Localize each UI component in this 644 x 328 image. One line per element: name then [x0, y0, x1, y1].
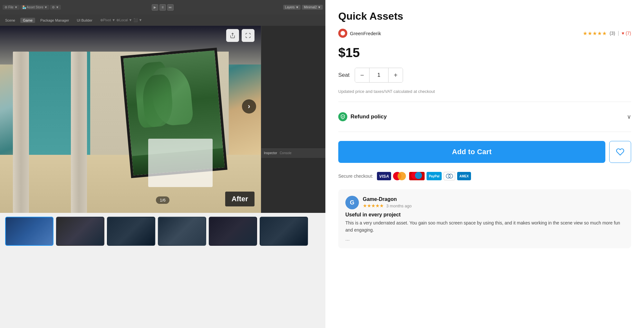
- maestro-inner: [411, 172, 423, 180]
- heart-icon: ♥: [622, 31, 624, 36]
- thumbnails-row: [0, 213, 325, 250]
- seat-label: Seat: [338, 72, 350, 78]
- pivot-label: ⊕Pivot ▼ ⊕Local ▼ ⬛ ▼: [100, 18, 142, 22]
- inspector-panel: Inspector Console: [261, 148, 325, 213]
- refund-chevron-icon: ∨: [627, 113, 631, 120]
- pillar-center: [71, 52, 87, 213]
- ui-builder-tab[interactable]: UI Builder: [74, 18, 95, 23]
- author-row: GreenFrederik ★★★★★ (3) | ♥ (7): [338, 29, 631, 38]
- layers-btn[interactable]: Layers ▼: [283, 5, 301, 10]
- unity-file-menu: ⚙ File ▼: [3, 5, 20, 10]
- add-to-cart-button[interactable]: Add to Cart: [338, 141, 605, 163]
- review-time: 3 months ago: [386, 204, 412, 208]
- thumbnail-2[interactable]: [56, 217, 104, 246]
- quantity-value: 1: [369, 68, 389, 82]
- secure-checkout-label: Secure checkout:: [338, 174, 373, 179]
- unity-menu-items: ⚙ File ▼ 🏪 Asset Store ▼ ⚙ ▼: [3, 5, 281, 10]
- svg-point-1: [448, 174, 453, 178]
- main-image-container: ⚙ File ▼ 🏪 Asset Store ▼ ⚙ ▼ ▶ ⏸ ⏭ Layer…: [0, 0, 325, 213]
- review-ellipsis: ...: [345, 236, 624, 242]
- paypal-icon: PayPal: [427, 172, 442, 180]
- seat-row: Seat − 1 +: [338, 68, 631, 83]
- page-wrapper: ⚙ File ▼ 🏪 Asset Store ▼ ⚙ ▼ ▶ ⏸ ⏭ Layer…: [0, 0, 644, 328]
- reviewer-avatar: G: [345, 196, 359, 209]
- visa-icon: VISA: [377, 172, 391, 180]
- package-manager-tab[interactable]: Package Manager: [38, 18, 72, 23]
- thumbnail-1[interactable]: [5, 217, 53, 246]
- share-button[interactable]: [226, 29, 239, 42]
- thumbnail-3[interactable]: [107, 217, 155, 246]
- refund-policy-label: Refund policy: [351, 114, 387, 120]
- scene-tab[interactable]: Scene: [3, 18, 18, 23]
- quantity-decrease-button[interactable]: −: [355, 68, 369, 82]
- secure-checkout-row: Secure checkout: VISA PayPal: [338, 172, 631, 180]
- scene-content: [0, 26, 261, 213]
- rating-divider: |: [618, 30, 619, 36]
- wishlist-button[interactable]: [609, 141, 631, 163]
- thumbnail-5[interactable]: [209, 217, 257, 246]
- mc-orange: [398, 172, 406, 180]
- diners-svg: [446, 173, 453, 179]
- author-avatar-inner: [341, 31, 345, 35]
- play-button[interactable]: ▶: [152, 4, 158, 11]
- reviewer-info: Game-Dragon ★★★★★ 3 months ago: [363, 196, 412, 209]
- amex-icon: AMEX: [457, 172, 471, 180]
- fullscreen-button[interactable]: [242, 29, 255, 42]
- shield-icon: [338, 112, 347, 121]
- review-stars: ★★★★★: [363, 203, 384, 209]
- interior-scene: [0, 26, 261, 213]
- svg-point-0: [446, 174, 450, 178]
- floor-reflection: [148, 139, 213, 187]
- refund-policy-row[interactable]: Refund policy ∨: [338, 108, 631, 125]
- divider-2: [338, 132, 631, 132]
- rating-section: ★★★★★ (3) | ♥ (7): [583, 30, 631, 36]
- step-button[interactable]: ⏭: [167, 4, 174, 11]
- product-stars: ★★★★★: [583, 30, 607, 36]
- pillar-left: [13, 52, 29, 213]
- reviewer-name: Game-Dragon: [363, 196, 412, 202]
- after-label: After: [225, 192, 255, 206]
- author-avatar: [338, 29, 347, 38]
- quantity-control: − 1 +: [355, 68, 403, 83]
- game-tab[interactable]: Game: [20, 18, 35, 23]
- tax-note: Updated price and taxes/VAT calculated a…: [338, 89, 631, 94]
- thumbnail-6[interactable]: [260, 217, 308, 246]
- review-text: This is a very underrated asset. You gai…: [345, 220, 624, 234]
- console-tab[interactable]: Console: [280, 151, 292, 155]
- inspector-tabs: Inspector Console: [261, 149, 325, 158]
- refund-left: Refund policy: [338, 112, 387, 121]
- unity-gear: ⚙ ▼: [50, 5, 61, 10]
- cart-row: Add to Cart: [338, 141, 631, 163]
- unity-play-controls: ▶ ⏸ ⏭: [152, 4, 174, 11]
- image-actions: [226, 29, 255, 42]
- product-price: $15: [338, 45, 631, 60]
- review-header: G Game-Dragon ★★★★★ 3 months ago: [345, 196, 624, 209]
- quantity-increase-button[interactable]: +: [389, 68, 403, 82]
- wishlist-number: (7): [626, 31, 631, 36]
- layout-btn[interactable]: Minimal2 ▼: [302, 5, 323, 10]
- pause-button[interactable]: ⏸: [159, 4, 166, 11]
- rating-count: (3): [610, 31, 615, 36]
- maestro-blue: [415, 172, 422, 179]
- unity-right-controls: Layers ▼ Minimal2 ▼: [283, 5, 323, 10]
- review-section: G Game-Dragon ★★★★★ 3 months ago Useful …: [338, 189, 631, 248]
- author-name[interactable]: GreenFrederik: [350, 31, 381, 36]
- inspector-tab[interactable]: Inspector: [264, 151, 277, 155]
- maestro-icon: [409, 172, 425, 180]
- pagination-indicator: 1/6: [156, 196, 169, 204]
- thumbnail-4[interactable]: [158, 217, 206, 246]
- review-meta: ★★★★★ 3 months ago: [363, 203, 412, 209]
- author-info: GreenFrederik: [338, 29, 381, 38]
- unity-asset-menu: 🏪 Asset Store ▼: [20, 5, 50, 10]
- next-image-button[interactable]: ›: [242, 99, 256, 114]
- unity-topbar: ⚙ File ▼ 🏪 Asset Store ▼ ⚙ ▼ ▶ ⏸ ⏭ Layer…: [0, 0, 325, 15]
- payment-icons: VISA PayPal: [377, 172, 471, 180]
- divider-1: [338, 102, 631, 102]
- unity-hierarchy: Hierarchy ⊕ SampleScene Inspector Consol…: [261, 0, 325, 213]
- left-panel: ⚙ File ▼ 🏪 Asset Store ▼ ⚙ ▼ ▶ ⏸ ⏭ Layer…: [0, 0, 325, 328]
- wishlist-section: ♥ (7): [622, 31, 631, 36]
- unity-secondbar: Scene Game Package Manager UI Builder ⊕P…: [0, 15, 325, 26]
- diners-icon: [444, 172, 455, 180]
- right-panel: Quick Assets GreenFrederik ★★★★★ (3) | ♥…: [325, 0, 644, 328]
- review-title: Useful in every project: [345, 212, 624, 218]
